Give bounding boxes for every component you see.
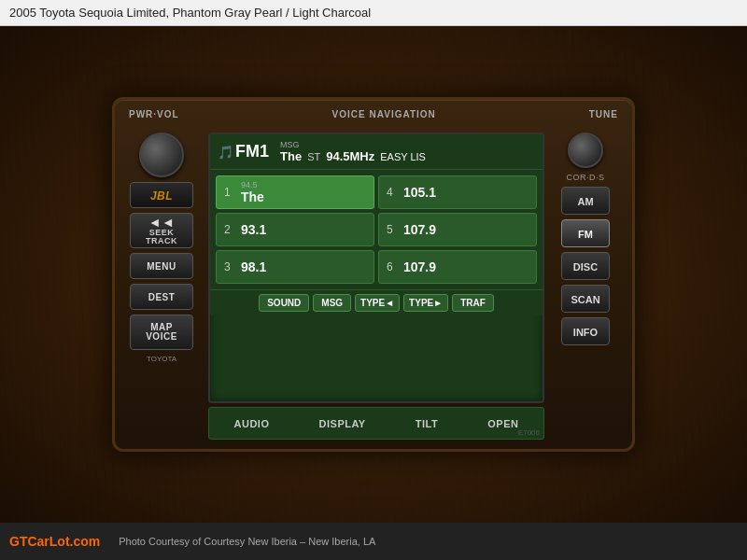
preset-2-freq: 93.1 [241, 222, 266, 237]
preset-4-button[interactable]: 4 105.1 [378, 175, 537, 209]
menu-button[interactable]: MENU [130, 253, 193, 279]
preset-2-num: 2 [224, 223, 235, 236]
preset-1-num: 1 [224, 186, 235, 199]
seek-arrow-icon: ◄◄ [148, 216, 176, 229]
preset-3-num: 3 [224, 260, 235, 273]
voice-label: VOICE [146, 332, 177, 342]
preset-1-info: 94.5 The [241, 180, 264, 204]
right-controls: COR·D·S AM FM DISC SCAN INFO [548, 133, 623, 403]
preset-1-name: The [241, 189, 264, 204]
audio-button[interactable]: AUDIO [223, 414, 281, 433]
tune-knob[interactable] [568, 133, 603, 168]
frequency-label: 94.5MHz [326, 149, 374, 163]
display-button[interactable]: DISPLAY [308, 414, 377, 433]
top-bar: 2005 Toyota Sequoia Limited, Phantom Gra… [0, 0, 747, 26]
band-label: FM1 [235, 142, 269, 161]
type-left-button[interactable]: TYPE◄ [355, 294, 400, 312]
preset-4-num: 4 [387, 186, 398, 199]
preset-4-freq: 105.1 [403, 185, 436, 200]
bottom-bar: GTCarLot.com Photo Courtesy of Courtesy … [0, 523, 747, 560]
easy-lis-label: EASY LIS [380, 151, 426, 162]
tune-label: TUNE [589, 109, 618, 119]
nav-unit: PWR·VOL VOICE NAVIGATION TUNE JBL ◄◄ SEE… [112, 97, 635, 452]
preset-5-num: 5 [387, 223, 398, 236]
type-right-button[interactable]: TYPE► [403, 294, 448, 312]
screen-top-bar: 🎵 FM1 MSG The ST 94.5MHz EASY LIS [210, 134, 543, 170]
e7006-label: E7006 [518, 428, 540, 437]
tilt-button[interactable]: TILT [404, 414, 449, 433]
screen-bottom-buttons: SOUND MSG TYPE◄ TYPE► TRAF [210, 289, 543, 315]
traf-button[interactable]: TRAF [452, 294, 494, 312]
photo-credit: Photo Courtesy of Courtesy New Iberia – … [119, 536, 375, 547]
seek-track-label: SEEKTRACK [146, 229, 177, 245]
am-button[interactable]: AM [561, 187, 610, 215]
st-label: ST [307, 151, 320, 162]
toyota-label: TOYOTA [147, 355, 176, 363]
info-button[interactable]: INFO [561, 317, 610, 345]
top-labels: PWR·VOL VOICE NAVIGATION TUNE [124, 109, 623, 119]
preset-6-freq: 107.9 [403, 259, 436, 274]
wave-icon: 🎵 [218, 145, 233, 160]
preset-1-button[interactable]: 1 94.5 The [216, 175, 374, 209]
pwr-vol-knob[interactable] [139, 133, 184, 177]
main-content: PWR·VOL VOICE NAVIGATION TUNE JBL ◄◄ SEE… [0, 26, 747, 523]
dest-button[interactable]: DEST [130, 284, 193, 310]
preset-5-button[interactable]: 5 107.9 [378, 213, 537, 246]
preset-2-button[interactable]: 2 93.1 [216, 213, 374, 246]
seek-track-button[interactable]: ◄◄ SEEKTRACK [130, 213, 193, 248]
car-subtitle: Phantom Gray Pearl / Light Charcoal [173, 6, 371, 20]
screen-top-info: MSG The ST 94.5MHz EASY LIS [276, 140, 535, 163]
preset-1-sub: 94.5 [241, 180, 264, 189]
scan-button[interactable]: SCAN [561, 285, 610, 313]
bottom-nav-buttons: AUDIO DISPLAY TILT OPEN E7006 [208, 407, 544, 440]
preset-3-button[interactable]: 3 98.1 [216, 250, 374, 284]
car-title: 2005 Toyota Sequoia Limited, [9, 6, 169, 20]
msg-label: MSG [280, 140, 300, 149]
preset-5-freq: 107.9 [403, 222, 436, 237]
left-controls: JBL ◄◄ SEEKTRACK MENU DEST MAP VOICE TOY… [124, 133, 199, 403]
screen-area: 🎵 FM1 MSG The ST 94.5MHz EASY LIS [208, 133, 544, 403]
presets-grid: 1 94.5 The 4 105.1 2 93.1 [210, 170, 543, 289]
preset-6-button[interactable]: 6 107.9 [378, 250, 537, 284]
station-name: The [280, 149, 302, 163]
voice-nav-label: VOICE NAVIGATION [332, 109, 436, 119]
gtcarlot-logo: GTCarLot.com [9, 534, 100, 549]
msg-button[interactable]: MSG [313, 294, 351, 312]
disc-button[interactable]: DISC [561, 252, 610, 280]
fm1-icon: 🎵 FM1 [218, 142, 269, 161]
fm-button[interactable]: FM [561, 219, 610, 247]
cord-s-label: COR·D·S [566, 173, 604, 182]
pwr-vol-label: PWR·VOL [129, 109, 179, 119]
preset-6-num: 6 [387, 260, 398, 273]
map-voice-button[interactable]: MAP VOICE [130, 315, 193, 350]
jbl-button[interactable]: JBL [130, 182, 193, 208]
preset-3-freq: 98.1 [241, 259, 266, 274]
station-info: The ST 94.5MHz EASY LIS [280, 149, 426, 163]
sound-button[interactable]: SOUND [259, 294, 309, 312]
